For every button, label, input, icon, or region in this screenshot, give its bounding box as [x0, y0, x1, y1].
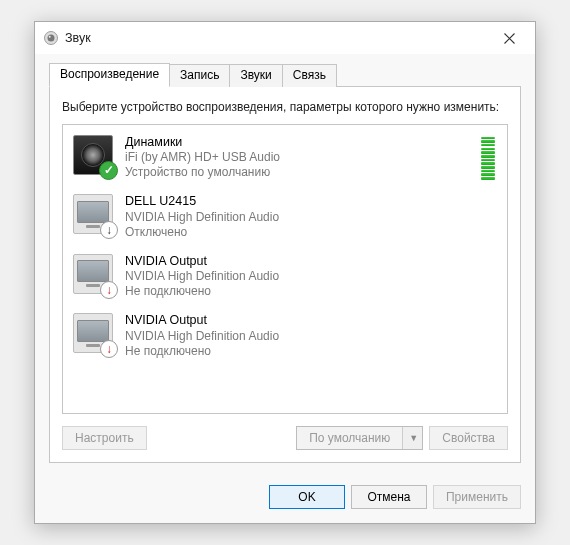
configure-button[interactable]: Настроить	[62, 426, 147, 450]
tab-label: Запись	[180, 68, 219, 82]
device-status: Устройство по умолчанию	[125, 165, 481, 180]
titlebar: Звук	[35, 22, 535, 54]
disabled-badge-icon	[100, 221, 118, 239]
tabpanel-playback: Выберите устройство воспроизведения, пар…	[49, 86, 521, 462]
device-driver: iFi (by AMR) HD+ USB Audio	[125, 150, 481, 165]
device-name: DELL U2415	[125, 194, 497, 210]
close-icon	[504, 33, 515, 44]
tab-communications[interactable]: Связь	[282, 64, 337, 87]
window-title: Звук	[65, 31, 489, 45]
device-icon-wrap	[73, 135, 115, 177]
ok-button[interactable]: OK	[269, 485, 345, 509]
sound-dialog: Звук Воспроизведение Запись Звуки Связь …	[34, 21, 536, 523]
device-name: NVIDIA Output	[125, 313, 497, 329]
device-item[interactable]: Динамики iFi (by AMR) HD+ USB Audio Устр…	[69, 129, 501, 189]
tab-label: Воспроизведение	[60, 67, 159, 81]
dialog-button-row: OK Отмена Применить	[35, 475, 535, 523]
tab-label: Связь	[293, 68, 326, 82]
device-icon-wrap	[73, 313, 115, 355]
unplugged-badge-icon	[100, 281, 118, 299]
svg-point-2	[49, 36, 51, 38]
device-driver: NVIDIA High Definition Audio	[125, 329, 497, 344]
tab-sounds[interactable]: Звуки	[229, 64, 282, 87]
default-badge-icon	[99, 161, 118, 180]
properties-button[interactable]: Свойства	[429, 426, 508, 450]
device-item[interactable]: NVIDIA Output NVIDIA High Definition Aud…	[69, 248, 501, 308]
device-icon-wrap	[73, 254, 115, 296]
device-driver: NVIDIA High Definition Audio	[125, 269, 497, 284]
tab-playback[interactable]: Воспроизведение	[49, 63, 170, 87]
device-text: Динамики iFi (by AMR) HD+ USB Audio Устр…	[125, 135, 481, 181]
device-text: DELL U2415 NVIDIA High Definition Audio …	[125, 194, 497, 240]
device-item[interactable]: NVIDIA Output NVIDIA High Definition Aud…	[69, 307, 501, 367]
device-status: Отключено	[125, 225, 497, 240]
instruction-text: Выберите устройство воспроизведения, пар…	[62, 99, 508, 115]
cancel-button[interactable]: Отмена	[351, 485, 427, 509]
device-driver: NVIDIA High Definition Audio	[125, 210, 497, 225]
device-name: Динамики	[125, 135, 481, 151]
device-item[interactable]: DELL U2415 NVIDIA High Definition Audio …	[69, 188, 501, 248]
sound-app-icon	[43, 30, 59, 46]
device-name: NVIDIA Output	[125, 254, 497, 270]
set-default-button[interactable]: По умолчанию	[297, 427, 402, 449]
device-status: Не подключено	[125, 344, 497, 359]
device-icon-wrap	[73, 194, 115, 236]
device-text: NVIDIA Output NVIDIA High Definition Aud…	[125, 313, 497, 359]
client-area: Воспроизведение Запись Звуки Связь Выбер…	[35, 54, 535, 474]
unplugged-badge-icon	[100, 340, 118, 358]
device-text: NVIDIA Output NVIDIA High Definition Aud…	[125, 254, 497, 300]
svg-point-1	[48, 35, 55, 42]
set-default-split-button[interactable]: По умолчанию ▼	[296, 426, 423, 450]
panel-button-row: Настроить По умолчанию ▼ Свойства	[62, 426, 508, 450]
tab-recording[interactable]: Запись	[169, 64, 230, 87]
level-meter	[481, 135, 497, 180]
close-button[interactable]	[489, 24, 529, 52]
device-list[interactable]: Динамики iFi (by AMR) HD+ USB Audio Устр…	[62, 124, 508, 414]
set-default-dropdown[interactable]: ▼	[402, 427, 422, 449]
tab-label: Звуки	[240, 68, 271, 82]
device-status: Не подключено	[125, 284, 497, 299]
apply-button[interactable]: Применить	[433, 485, 521, 509]
tabstrip: Воспроизведение Запись Звуки Связь	[49, 64, 521, 87]
